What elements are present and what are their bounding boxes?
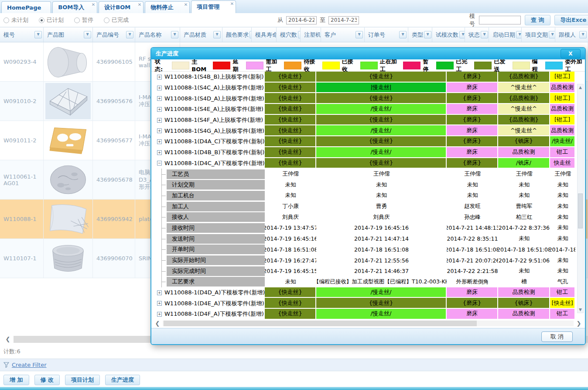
process-status-cell[interactable]: {快走丝} [265, 83, 316, 93]
process-status-cell[interactable]: {磨床} [447, 93, 498, 104]
tab-close-icon[interactable]: ✕ [230, 1, 234, 6]
expand-icon[interactable]: + [157, 139, 162, 144]
create-filter-link[interactable]: Create Filter [12, 362, 47, 368]
column-filter-icon[interactable]: ▼ [399, 31, 407, 38]
process-status-cell[interactable]: {磨床} [447, 298, 498, 309]
process-status-cell[interactable]: {快走丝} [265, 309, 316, 320]
part-row[interactable]: +W110088-1(D4D_A)下模板零件(新增){快走丝}/慢走丝/磨床品质… [156, 287, 575, 298]
process-status-cell[interactable]: {磨床} [447, 72, 498, 83]
process-status-cell[interactable]: [钳工] [550, 93, 575, 104]
process-status-cell[interactable]: 磨床 [447, 104, 498, 115]
process-status-cell[interactable]: 磨床 [447, 309, 498, 320]
part-row[interactable]: +W110088-1(S4F_A)上脱板零件(新增){快走丝}{慢走丝}{磨床}… [156, 115, 575, 126]
process-status-cell[interactable]: {快走丝} [265, 158, 316, 169]
process-status-cell[interactable]: {快走丝} [265, 104, 316, 115]
process-status-cell[interactable]: [钳工] [550, 72, 575, 83]
column-header-注塑机[interactable]: 注塑机▼ [301, 28, 321, 42]
part-row[interactable]: +W110088-1(D4F_A)下模板零件(新增){快走丝}/慢走丝/磨床品质… [156, 309, 575, 320]
part-row[interactable]: −W110088-1(D4C_A)下模板零件(新增){快走丝}{慢走丝}{磨床}… [156, 158, 575, 169]
column-filter-icon[interactable]: ▼ [549, 31, 555, 38]
collapse-icon[interactable]: − [157, 161, 162, 166]
column-header-订单号[interactable]: 订单号▼ [365, 28, 408, 42]
radio-暂停[interactable]: 暂停 [74, 16, 93, 24]
process-status-cell[interactable]: {品质检测} [498, 72, 550, 83]
grid-hscroll-track[interactable] [163, 321, 574, 326]
dialog-title-bar[interactable]: 生产进度 X [151, 48, 585, 59]
radio-已计划[interactable]: 已计划 [39, 16, 64, 24]
process-status-cell[interactable]: /快走丝/ [550, 136, 575, 147]
tab-BOM导入[interactable]: BOM导入✕ [52, 1, 97, 13]
action-button-项目计划[interactable]: 项目计划 [65, 375, 100, 385]
export-excel-button[interactable]: 导出Exce [554, 15, 588, 25]
process-status-cell[interactable]: 钳工 [550, 309, 575, 320]
process-status-cell[interactable]: 磨床 [447, 83, 498, 93]
expand-icon[interactable]: + [157, 107, 162, 112]
action-button-增加[interactable]: 增 加 [3, 375, 29, 385]
action-button-生产进度[interactable]: 生产进度 [105, 375, 140, 385]
column-header-产品名称[interactable]: 产品名称▼ [135, 28, 180, 42]
process-status-cell[interactable]: /慢走丝/ [316, 309, 447, 320]
process-status-cell[interactable]: 品质检测 [498, 287, 550, 298]
process-status-cell[interactable]: {慢走丝} [316, 298, 447, 309]
column-filter-icon[interactable]: ▼ [459, 31, 465, 38]
column-filter-icon[interactable]: ▼ [34, 31, 42, 38]
date-from-input[interactable] [286, 16, 317, 24]
column-header-模具寿命[interactable]: 模具寿命▼ [252, 28, 277, 42]
mold-no-input[interactable] [479, 16, 521, 24]
grid-scroll-left-icon[interactable]: ❮ [153, 319, 162, 328]
part-row[interactable]: +W110088-1(S4B_B)上脱板零件(新制){快走丝}{慢走丝}{磨床}… [156, 72, 575, 83]
process-status-cell[interactable]: 品质检测 [498, 309, 550, 320]
column-filter-icon[interactable]: ▼ [481, 31, 488, 38]
process-status-cell[interactable]: /慢走丝/ [316, 104, 447, 115]
process-status-cell[interactable]: {快走丝} [265, 72, 316, 83]
process-status-cell[interactable]: [快走丝] [550, 298, 575, 309]
column-filter-icon[interactable]: ▼ [126, 31, 133, 38]
grid-vscroll-thumb[interactable] [578, 193, 583, 228]
column-header-启动日期[interactable]: 启动日期▼ [489, 28, 522, 42]
process-status-cell[interactable]: /慢走丝/ [316, 125, 447, 136]
radio-已完成[interactable]: 已完成 [104, 16, 129, 24]
expand-icon[interactable]: + [157, 118, 162, 123]
expand-icon[interactable]: + [157, 290, 162, 295]
part-row[interactable]: +W110088-1(S4C_A)上脱板零件(新增){快走丝}|慢走丝|磨床^慢… [156, 83, 575, 93]
radio-dot[interactable] [74, 17, 80, 23]
process-status-cell[interactable]: {快走丝} [265, 125, 316, 136]
process-status-cell[interactable]: /慢走丝/ [316, 147, 447, 158]
process-status-cell[interactable]: [钳工] [550, 115, 575, 126]
process-status-cell[interactable]: {慢走丝} [316, 115, 447, 126]
radio-dot[interactable] [3, 17, 9, 23]
column-header-模穴数[interactable]: 模穴数▼ [277, 28, 301, 42]
query-button[interactable]: 查 询 [525, 15, 550, 25]
radio-未计划[interactable]: 未计划 [3, 16, 28, 24]
expand-icon[interactable]: + [157, 301, 162, 306]
process-status-cell[interactable]: 品质检测 [550, 125, 575, 136]
column-header-产品编号[interactable]: 产品编号▼ [93, 28, 135, 42]
scroll-left-icon[interactable]: ❮ [3, 335, 12, 344]
column-filter-icon[interactable]: ▼ [579, 31, 587, 38]
action-button-修改[interactable]: 修 改 [34, 375, 60, 385]
scroll-up-icon[interactable]: ▲ [578, 84, 583, 90]
expand-icon[interactable]: + [157, 312, 162, 317]
process-status-cell[interactable]: {快走丝} [265, 93, 316, 104]
process-status-cell[interactable]: {慢走丝} [316, 72, 447, 83]
process-status-cell[interactable]: {铣床} [498, 136, 550, 147]
column-filter-icon[interactable]: ▼ [356, 31, 363, 38]
scroll-down-icon[interactable]: ▼ [578, 307, 583, 313]
tab-物料停止[interactable]: 物料停止✕ [145, 1, 190, 13]
process-status-cell[interactable]: /慢走丝/ [316, 287, 447, 298]
process-status-cell[interactable]: {品质检测} [498, 93, 550, 104]
grid-hscroll-thumb[interactable] [164, 321, 477, 326]
process-status-cell[interactable]: 磨床 [447, 125, 498, 136]
column-header-试模次数[interactable]: 试模次数▼ [432, 28, 465, 42]
process-status-cell[interactable]: 品质检测 [498, 147, 550, 158]
part-row[interactable]: +W110088-1(S4E_A)上脱板零件(新增){快走丝}/慢走丝/磨床^慢… [156, 104, 575, 115]
tab-项目管理[interactable]: 项目管理✕ [191, 0, 236, 13]
column-header-类型[interactable]: 类型▼ [408, 28, 432, 42]
process-status-cell[interactable]: 快走丝 [550, 158, 575, 169]
grid-scroll-right-icon[interactable]: ❯ [574, 319, 583, 328]
process-status-cell[interactable]: {快走丝} [265, 287, 316, 298]
radio-dot[interactable] [39, 17, 44, 23]
process-status-cell[interactable]: ^慢走丝^ [498, 125, 550, 136]
column-filter-icon[interactable]: ▼ [516, 31, 522, 38]
process-status-cell[interactable]: ^慢走丝^ [498, 104, 550, 115]
